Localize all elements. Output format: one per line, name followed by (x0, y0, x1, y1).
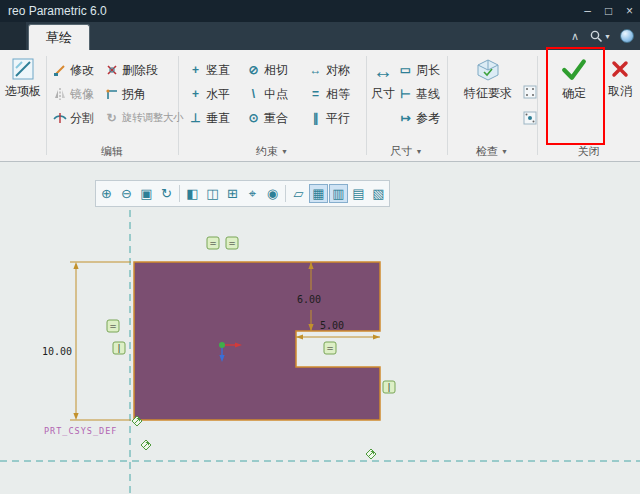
constrain-group-label[interactable]: 约束 ▼ (178, 144, 366, 159)
cancel-label: 取消 (608, 83, 632, 100)
symmetric-constraint-button[interactable]: ↔ 对称 (308, 60, 350, 80)
ok-check-icon (561, 56, 587, 82)
reference-label: 参考 (416, 110, 440, 127)
dimension-label: 尺寸 (371, 85, 395, 102)
baseline-icon: ⊢ (398, 87, 413, 102)
constraint-badge[interactable]: = (207, 237, 219, 249)
equal-constraint-label: 相等 (326, 86, 350, 103)
constraint-badge[interactable]: = (226, 237, 238, 249)
refit-icon[interactable]: ▣ (137, 184, 156, 203)
help-sphere-icon[interactable] (620, 29, 634, 43)
divide-label: 分割 (70, 110, 94, 127)
close-group-label: 关闭 (537, 144, 640, 159)
corner-button[interactable]: 拐角 (104, 84, 146, 104)
dimension-group-label[interactable]: 尺寸 ▼ (366, 144, 447, 159)
group-divider (366, 56, 367, 155)
baseline-button[interactable]: ⊢ 基线 (398, 84, 440, 104)
perpendicular-constraint-button[interactable]: ⊥ 垂直 (188, 108, 230, 128)
palette-button[interactable]: 选项板 (2, 58, 44, 100)
dim-display-icon[interactable]: ▧ (369, 184, 388, 203)
tangent-constraint-button[interactable]: ⊘ 相切 (246, 60, 288, 80)
ribbon-tab-bar: 草绘 ∧ ▼ (0, 22, 640, 50)
delete-segment-icon (104, 63, 119, 78)
mirror-icon (52, 87, 67, 102)
svg-text:=: = (209, 238, 217, 248)
reference-button[interactable]: ↦ 参考 (398, 108, 440, 128)
plane-display-icon[interactable]: ⊞ (223, 184, 242, 203)
search-caret-icon: ▼ (604, 33, 611, 40)
datum-display-icon[interactable]: ◫ (203, 184, 222, 203)
rotate-resize-button[interactable]: ↻ 旋转调整大小 (104, 108, 183, 128)
symmetric-constraint-icon: ↔ (308, 63, 323, 78)
window-title: reo Parametric 6.0 (0, 4, 107, 18)
maximize-button[interactable]: □ (598, 0, 619, 22)
dimension-height-value[interactable]: 10.00 (42, 346, 72, 357)
coincident-constraint-button[interactable]: ⊙ 重合 (246, 108, 288, 128)
cancel-x-icon (609, 58, 631, 80)
dimension-button[interactable]: ↔ 尺寸 (368, 60, 398, 102)
equal-constraint-button[interactable]: = 相等 (308, 84, 350, 104)
constraint-badge[interactable]: | (383, 381, 395, 393)
feature-requirements-button[interactable]: 特征要求 (458, 58, 518, 102)
vertical-constraint-button[interactable]: + 竖直 (188, 60, 230, 80)
sketch-section-shape[interactable] (134, 262, 380, 420)
constrain-group-label-text: 约束 (256, 144, 278, 159)
vertex-display-icon[interactable]: ▥ (329, 184, 348, 203)
display-style-icon[interactable]: ◧ (183, 184, 202, 203)
toolbar-separator (179, 185, 180, 202)
constraint-badge[interactable]: = (324, 342, 336, 354)
shade-closed-loops-button[interactable] (522, 82, 537, 102)
svg-text:=: = (109, 321, 117, 331)
midpoint-constraint-button[interactable]: \ 中点 (246, 84, 288, 104)
constraint-badge[interactable]: = (107, 320, 119, 332)
csys-display-icon[interactable]: ◉ (263, 184, 282, 203)
point-display-icon[interactable]: ⌖ (243, 184, 262, 203)
grid-display-icon[interactable]: ▦ (309, 184, 328, 203)
close-window-button[interactable]: × (619, 0, 640, 22)
sketch-orient-icon[interactable]: ▱ (289, 184, 308, 203)
sketch-canvas[interactable]: 10.00 6.00 5.00 = = = | (0, 162, 640, 494)
dimension-height[interactable]: 10.00 (42, 262, 131, 420)
tangent-constraint-icon: ⊘ (246, 63, 261, 78)
dimension-group-caret-icon: ▼ (416, 148, 423, 155)
highlight-open-ends-button[interactable] (522, 108, 537, 128)
feature-requirements-label: 特征要求 (464, 85, 512, 102)
dimension-icon: ↔ (373, 60, 393, 82)
sketch-handle-icon[interactable] (141, 440, 151, 450)
horizontal-constraint-icon: + (188, 87, 203, 102)
repaint-icon[interactable]: ↻ (157, 184, 176, 203)
zoom-in-icon[interactable]: ⊕ (97, 184, 116, 203)
close-group-label-text: 关闭 (578, 144, 600, 159)
constraint-display-icon[interactable]: ▤ (349, 184, 368, 203)
inspect-group-label[interactable]: 检查 ▼ (447, 144, 537, 159)
sketch-handle-icon[interactable] (366, 449, 376, 459)
search-icon (588, 29, 603, 44)
parallel-constraint-button[interactable]: ∥ 平行 (308, 108, 350, 128)
command-search-button[interactable]: ▼ (588, 29, 611, 44)
dimension-notch-height-value[interactable]: 6.00 (297, 294, 321, 305)
svg-text:|: | (117, 343, 120, 353)
zoom-out-icon[interactable]: ⊖ (117, 184, 136, 203)
mirror-button[interactable]: 镜像 (52, 84, 94, 104)
delete-segment-button[interactable]: 删除段 (104, 60, 158, 80)
title-bar: reo Parametric 6.0 – □ × (0, 0, 640, 22)
ok-button[interactable]: 确定 (548, 56, 600, 102)
reference-icon: ↦ (398, 111, 413, 126)
shade-closed-loops-icon (522, 85, 537, 100)
minimize-button[interactable]: – (577, 0, 598, 22)
divide-button[interactable]: 分割 (52, 108, 94, 128)
collapse-ribbon-icon[interactable]: ∧ (571, 30, 579, 43)
edit-group-label: 编辑 (46, 144, 178, 159)
perimeter-icon: ▭ (398, 63, 413, 78)
inspect-group-label-text: 检查 (476, 144, 498, 159)
modify-button[interactable]: 修改 (52, 60, 94, 80)
file-tab-stub[interactable] (0, 22, 26, 50)
cancel-button[interactable]: 取消 (602, 58, 638, 100)
csys-label[interactable]: PRT_CSYS_DEF (44, 426, 117, 436)
constraint-badge[interactable]: | (113, 342, 125, 354)
coincident-constraint-label: 重合 (264, 110, 288, 127)
horizontal-constraint-button[interactable]: + 水平 (188, 84, 230, 104)
tab-sketch[interactable]: 草绘 (28, 24, 90, 50)
perimeter-button[interactable]: ▭ 周长 (398, 60, 440, 80)
dimension-notch-width-value[interactable]: 5.00 (320, 320, 344, 331)
